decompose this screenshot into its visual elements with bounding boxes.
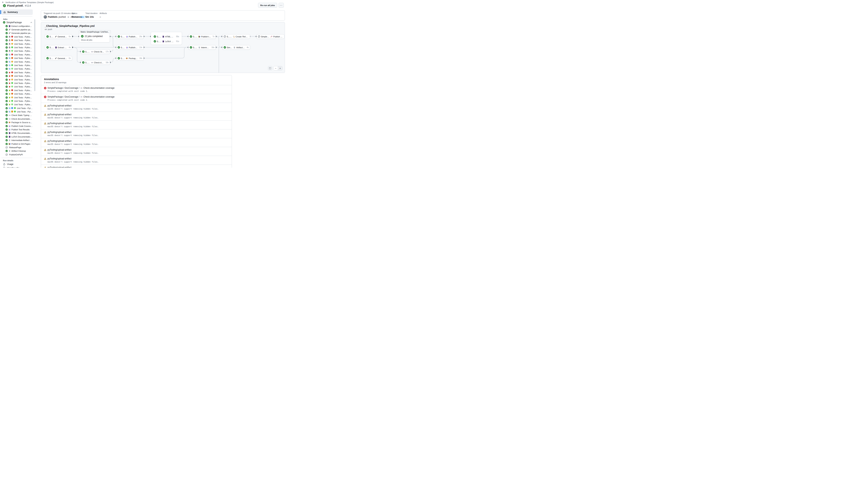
- sidebar-job-item[interactable]: Unit Tests - Python 3.13: [0, 67, 34, 71]
- annotation-title[interactable]: pyTooling/upload-artifact: [47, 104, 71, 107]
- trash-icon: [9, 150, 11, 152]
- graph-node[interactable]: S... / ... /Publish to GH-P...7s: [188, 34, 216, 39]
- graph-node[interactable]: S... / ... /LaTeX Docume...51s: [152, 39, 181, 44]
- annotation-title[interactable]: pyTooling/upload-artifact: [47, 148, 71, 151]
- sidebar-job-item[interactable]: Generate pipeline parameters: [0, 31, 34, 35]
- sidebar-job-item[interactable]: Unit Tests - Python 3.12: [0, 106, 34, 110]
- avatar[interactable]: [44, 15, 47, 18]
- sidebar-job-item[interactable]: ReleasePage: [0, 146, 34, 149]
- graph-node[interactable]: Sim... / ... /Artifact Cleanup4s: [222, 45, 250, 50]
- annotation-title[interactable]: SimplePackage / DocCoverage /Check docum…: [47, 87, 114, 89]
- sidebar-job-item[interactable]: Publish Test Results: [0, 128, 34, 131]
- job-label: PublishOnPyPI: [9, 154, 23, 156]
- matrix-tab[interactable]: Matrix: SimplePackage / UnitTest...: [79, 30, 111, 33]
- sidebar-job-item[interactable]: Unit Tests - Python 3.13: [0, 49, 34, 53]
- package-icon: [126, 57, 128, 59]
- breadcrumb[interactable]: Verification of Pipeline Templates (Simp…: [5, 1, 54, 3]
- annotation-prefix: SimplePackage / DocCoverage /: [47, 87, 79, 89]
- graph-node[interactable]: S... / ... /Generate pipelin...0s: [45, 34, 72, 39]
- sidebar-job-item[interactable]: Unit Tests - Python 3.10: [0, 57, 34, 60]
- graph-node[interactable]: S... / ... /HTML Docume...55s: [152, 34, 181, 39]
- sidebar-job-item[interactable]: Extract configurations from p...: [0, 24, 34, 28]
- penguin-icon: [9, 43, 11, 45]
- dot-orange: [11, 93, 13, 95]
- annotation-message: macOS doesn't support removing hidden fi…: [47, 143, 229, 145]
- graph-node[interactable]: S... / ... /Create 'Release Pa...: [222, 34, 250, 39]
- graph-node[interactable]: S... / ... /Publish Test Re...13s: [116, 45, 144, 50]
- graph-node[interactable]: S... / ... /Intermediate A...16s: [188, 45, 216, 50]
- sidebar-job-item[interactable]: Unit Tests - Python 3.11: [0, 96, 34, 99]
- job-label: Unit Tests - Python 3.10: [14, 75, 33, 77]
- sidebar-job-item[interactable]: Package in Source and Wheel...: [0, 121, 34, 124]
- sidebar-job-item[interactable]: PublishOnPyPI: [0, 153, 34, 156]
- sidebar-job-item[interactable]: Unit Tests - Python 3.13: [0, 103, 34, 106]
- check-circle-icon: [224, 46, 226, 48]
- back-arrow-icon[interactable]: [2, 1, 4, 3]
- check-circle-icon: [82, 51, 85, 53]
- sidebar-job-item[interactable]: Unit Tests - Python 3.12: [0, 46, 34, 49]
- sidebar-item-workflow-file[interactable]: Workflow file: [3, 166, 34, 168]
- chevron-up-icon[interactable]: [30, 21, 32, 24]
- sidebar-item-usage[interactable]: Usage: [3, 162, 34, 166]
- sidebar-job-item[interactable]: Artifact Cleanup: [0, 149, 34, 153]
- sidebar-job-item[interactable]: Unit Tests - Python 3.9: [0, 88, 34, 92]
- job-label: Unit Tests - Python 3.13: [14, 86, 33, 88]
- sidebar-group-simplepackage[interactable]: SimplePackage: [3, 20, 32, 24]
- node-duration: 18s: [105, 61, 109, 63]
- job-icons: [9, 125, 11, 127]
- graph-node[interactable]: S... / ... /Check docume...18s: [81, 60, 110, 65]
- sidebar-job-item[interactable]: Publish to GH-Pages: [0, 142, 34, 146]
- sidebar-job-item[interactable]: Unit Tests - Python 3.12: [0, 63, 34, 67]
- rerun-all-jobs-button[interactable]: Re-run all jobs: [258, 3, 277, 8]
- annotation-title[interactable]: pyTooling/upload-artifact: [47, 122, 71, 125]
- node-prefix: S... / ... /: [85, 61, 90, 64]
- sidebar-job-item[interactable]: Unit Tests - Python 3.10: [0, 39, 34, 42]
- sidebar-scrollbar[interactable]: [34, 19, 35, 91]
- sidebar-job-item[interactable]: Unit Tests - Python 3.10: [0, 74, 34, 78]
- actor-name[interactable]: Paebbels: [48, 16, 58, 18]
- sidebar-job-item[interactable]: Unit Tests - Python 3.12: [0, 110, 34, 113]
- graph-node[interactable]: S... / ... /Generate pipelin...0s: [45, 56, 72, 60]
- sidebar-job-item[interactable]: Unit Tests - Python 3.11: [0, 78, 34, 81]
- annotation-title[interactable]: pyTooling/upload-artifact: [47, 166, 71, 168]
- zoom-out-button[interactable]: −: [273, 66, 278, 70]
- node-prefix: S... / ... /: [121, 35, 125, 38]
- workflow-run-page: Verification of Pipeline Templates (Simp…: [0, 0, 286, 168]
- skipped-circle-icon: [5, 146, 8, 148]
- sidebar-job-item[interactable]: Generate pipeline parameters: [0, 28, 34, 31]
- sidebar-job-item[interactable]: Publish Code Coverage Results: [0, 124, 34, 128]
- graph-node[interactable]: S... / ... /Publish Code C...20s: [116, 34, 144, 39]
- sidebar-job-item[interactable]: Unit Tests - Python 3.12: [0, 81, 34, 85]
- zoom-in-button[interactable]: +: [278, 66, 282, 70]
- graph-node[interactable]: S... / ... /Package in Sou...18s: [116, 56, 144, 60]
- jobs-section-label: Jobs: [3, 18, 34, 20]
- graph-node[interactable]: S... / ... /Extract configur...4s: [45, 45, 72, 50]
- sidebar-job-item[interactable]: Unit Tests - Python 3.9: [0, 71, 34, 74]
- more-options-button[interactable]: ···: [278, 3, 284, 8]
- sidebar-job-item[interactable]: Unit Tests - Python 3.9: [0, 35, 34, 39]
- sidebar-job-item[interactable]: LaTeX Documentation using ...: [0, 135, 34, 139]
- annotation-title[interactable]: pyTooling/upload-artifact: [47, 157, 71, 160]
- graph-node[interactable]: Simple... / ... /Publish to PyPI: [256, 34, 284, 39]
- fullscreen-button[interactable]: [268, 66, 272, 70]
- pencil-icon: [9, 32, 11, 34]
- sidebar-job-item[interactable]: Unit Tests - Python 3.10: [0, 92, 34, 96]
- show-all-jobs-link[interactable]: Show all jobs: [81, 39, 92, 41]
- annotation-title[interactable]: pyTooling/upload-artifact: [47, 113, 71, 116]
- job-label: Unit Tests - Python 3.12: [14, 82, 33, 84]
- sidebar-job-item[interactable]: HTML Documentation using ...: [0, 131, 34, 135]
- annotation-title[interactable]: pyTooling/upload-artifact: [47, 131, 71, 133]
- sidebar-job-item[interactable]: Unit Tests - Python 3.11: [0, 42, 34, 46]
- sidebar-job-item[interactable]: Check Static Typing using Pyt...: [0, 114, 34, 117]
- node-duration: 20s: [139, 35, 142, 38]
- sidebar-item-summary[interactable]: Summary: [1, 10, 33, 15]
- graph-node[interactable]: S... / ... /Check Static Ty...17s: [81, 49, 110, 54]
- sidebar-job-item[interactable]: Unit Tests - Python 3.12: [0, 99, 34, 103]
- sidebar-job-item[interactable]: Unit Tests - Python 3.9: [0, 53, 34, 56]
- sidebar-job-item[interactable]: Unit Tests - Python 3.13: [0, 85, 34, 88]
- annotation-title[interactable]: pyTooling/upload-artifact: [47, 140, 71, 142]
- annotation-title[interactable]: SimplePackage / DocCoverage /Check docum…: [47, 96, 114, 98]
- sidebar-job-item[interactable]: Intermediate Artifact Cleanup: [0, 139, 34, 142]
- sidebar-job-item[interactable]: Unit Tests - Python 3.11: [0, 60, 34, 63]
- sidebar-job-item[interactable]: Check documentation covera...: [0, 117, 34, 120]
